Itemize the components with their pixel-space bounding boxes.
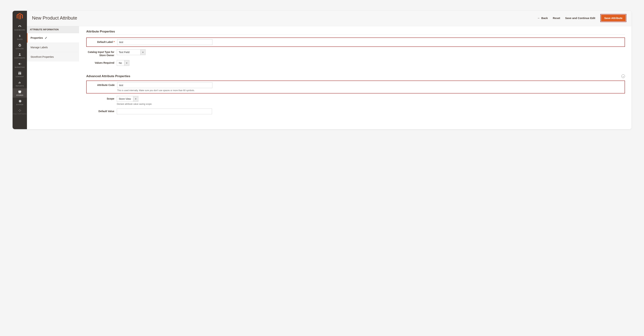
select-input-type[interactable]: ▼ xyxy=(117,49,146,55)
row-default-label: Default Label* xyxy=(86,39,623,45)
row-values-required: Values Required ▼ xyxy=(86,60,625,66)
tabs-panel: ATTRIBUTE INFORMATION Properties Manage … xyxy=(27,26,79,129)
svg-text:$: $ xyxy=(19,34,21,37)
row-scope: Scope ▼ Declare attribute value saving s… xyxy=(86,96,625,105)
nav-content[interactable]: CONTENT xyxy=(12,70,27,79)
label-input-type: Catalog Input Type for Store Owner xyxy=(86,49,117,57)
store-icon xyxy=(18,90,22,94)
magento-logo-icon xyxy=(17,13,23,20)
attribute-properties-block: Default Label* Catalog Input Type for St… xyxy=(86,36,625,74)
note-attribute-code: This is used internally. Make sure you d… xyxy=(117,89,214,92)
nav-customers[interactable]: CUSTOMERS xyxy=(12,51,27,60)
note-scope: Declare attribute value saving scope. xyxy=(117,103,214,105)
collapse-toggle[interactable]: ⌄ xyxy=(621,74,625,78)
select-scope-value xyxy=(117,96,133,102)
default-label-highlight: Default Label* xyxy=(86,37,625,47)
nav-marketing[interactable]: MARKETING xyxy=(12,60,27,70)
back-button[interactable]: ←Back xyxy=(538,16,548,20)
person-icon xyxy=(18,53,22,56)
box-icon xyxy=(18,43,22,47)
attribute-code-highlight: Attribute Code This is used internally. … xyxy=(86,81,625,93)
header-actions: ←Back Reset Save and Continue Edit Save … xyxy=(538,14,626,22)
select-values-required-value xyxy=(117,60,124,66)
layout-icon xyxy=(18,71,22,75)
label-default-value: Default Value xyxy=(86,109,117,113)
form-content: Attribute Properties Default Label* Cata… xyxy=(79,26,632,129)
pencil-icon xyxy=(45,37,47,39)
nav-catalog[interactable]: CATALOG xyxy=(12,42,27,51)
nav-reports[interactable]: REPORTS xyxy=(12,79,27,88)
megaphone-icon xyxy=(18,62,22,66)
save-highlight: Save Attribute xyxy=(600,14,626,22)
save-attribute-button[interactable]: Save Attribute xyxy=(601,15,626,21)
nav-sales[interactable]: $ SALES xyxy=(12,32,27,42)
page-title: New Product Attribute xyxy=(32,15,77,21)
label-values-required: Values Required xyxy=(86,60,117,64)
advanced-properties-block: Attribute Code This is used internally. … xyxy=(86,79,625,123)
label-scope: Scope xyxy=(86,96,117,100)
row-attribute-code: Attribute Code This is used internally. … xyxy=(86,82,623,92)
caret-down-icon: ▼ xyxy=(140,49,145,55)
nav-system[interactable]: SYSTEM xyxy=(12,98,27,107)
tab-properties[interactable]: Properties xyxy=(27,33,79,43)
row-input-type: Catalog Input Type for Store Owner ▼ xyxy=(86,49,625,57)
app-frame: DASHBOARD $ SALES CATALOG CUSTOMERS MARK… xyxy=(12,11,632,129)
arrow-left-icon: ← xyxy=(538,16,540,20)
reset-button[interactable]: Reset xyxy=(553,16,560,19)
input-attribute-code[interactable] xyxy=(117,82,212,88)
caret-down-icon: ▼ xyxy=(133,96,138,102)
row-default-value: Default Value xyxy=(86,109,625,114)
tab-storefront-properties[interactable]: Storefront Properties xyxy=(27,52,79,61)
body: ATTRIBUTE INFORMATION Properties Manage … xyxy=(27,26,632,129)
section-advanced-properties: Advanced Attribute Properties ⌄ xyxy=(86,74,625,78)
nav-dashboard[interactable]: DASHBOARD xyxy=(12,23,27,32)
admin-sidebar: DASHBOARD $ SALES CATALOG CUSTOMERS MARK… xyxy=(12,11,27,129)
magento-logo xyxy=(16,13,23,20)
gear-icon xyxy=(18,99,22,103)
input-default-label[interactable] xyxy=(117,39,212,45)
tabs-header: ATTRIBUTE INFORMATION xyxy=(27,26,79,33)
select-scope[interactable]: ▼ xyxy=(117,96,138,102)
select-input-type-value xyxy=(117,49,140,55)
page-header: New Product Attribute ←Back Reset Save a… xyxy=(27,11,632,26)
caret-down-icon: ▼ xyxy=(124,60,129,66)
bars-icon xyxy=(18,81,22,84)
input-default-value[interactable] xyxy=(117,109,212,114)
nav-partners[interactable]: FIND PARTNERS xyxy=(12,107,27,116)
select-values-required[interactable]: ▼ xyxy=(117,60,130,66)
section-attribute-properties: Attribute Properties xyxy=(86,30,625,35)
save-continue-button[interactable]: Save and Continue Edit xyxy=(565,16,595,19)
tab-manage-labels[interactable]: Manage Labels xyxy=(27,43,79,52)
nav-stores[interactable]: STORES xyxy=(12,88,27,98)
main-area: New Product Attribute ←Back Reset Save a… xyxy=(27,11,632,129)
label-attribute-code: Attribute Code xyxy=(86,82,117,87)
gauge-icon xyxy=(18,25,22,28)
label-default-label: Default Label* xyxy=(86,39,117,44)
dollar-icon: $ xyxy=(18,34,22,38)
handshake-icon xyxy=(18,109,22,112)
required-asterisk: * xyxy=(114,40,115,43)
